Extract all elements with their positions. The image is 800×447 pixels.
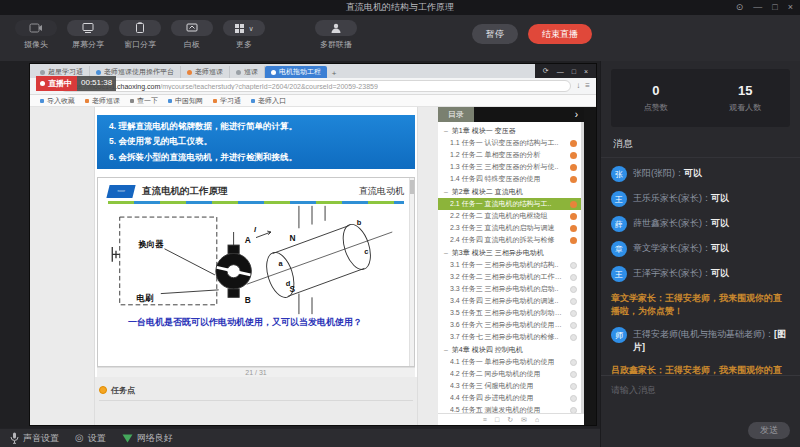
svg-text:换向器: 换向器 [137, 239, 164, 249]
new-tab-button[interactable]: + [327, 69, 341, 78]
toc-item[interactable]: 1.3 任务三 三相变压器的分析与使.. [438, 161, 581, 173]
toc-item[interactable]: 4.4 任务四 步进电机的使用 [438, 392, 581, 404]
slide-question: 一台电机是否既可以作电动机使用，又可以当发电机使用？ [98, 316, 414, 330]
toc-item[interactable]: 1.4 任务四 特殊变压器的使用 [438, 173, 581, 185]
bookmark-item[interactable]: 导入收藏 [40, 96, 75, 106]
toc-item-title: 1.1 任务一 认识变压器的结构与工.. [450, 138, 567, 148]
address-bar[interactable]: https://mooc1-1.chaoxing.com/mycourse/te… [60, 80, 571, 92]
browser-reload-icon[interactable]: ⟳ [543, 67, 549, 75]
toc-chapter[interactable]: – 第3章 模块三 三相异步电动机 [438, 246, 581, 259]
page-left-gutter [30, 107, 94, 425]
bookmark-item[interactable]: 老师巡课 [85, 96, 120, 106]
browser-tab[interactable]: 电机拖动工程 [265, 66, 327, 78]
camera-icon [15, 20, 57, 36]
toc-item[interactable]: 2.2 任务二 直流电机的电枢绕组 [438, 210, 581, 222]
tab-title: 巡课 [244, 67, 258, 77]
microphone-icon [10, 432, 19, 444]
minimize-icon[interactable]: — [753, 3, 762, 12]
settings-button[interactable]: ◎ 设置 [75, 432, 106, 445]
toc-chapter[interactable]: – 第1章 模块一 变压器 [438, 124, 581, 137]
main-row: 直播中 00:51:38 超星学习通老师巡课使用操作平台老师巡课巡课电机拖动工程… [0, 61, 800, 447]
send-button[interactable]: 发送 [748, 422, 790, 439]
task-point-badge [570, 237, 577, 244]
toc-item[interactable]: 2.3 任务三 直流电机的启动与调速 [438, 222, 581, 234]
toc-item[interactable]: 4.5 任务五 测速发电机的使用 [438, 404, 581, 413]
toc-chapter[interactable]: – 第4章 模块四 控制电机 [438, 343, 581, 356]
likes-label: 点赞数 [644, 102, 668, 113]
sound-settings-button[interactable]: 声音设置 [10, 432, 59, 445]
message-body: 薛世鑫家长(家长)：可以 [633, 216, 729, 232]
svg-text:A: A [245, 235, 251, 245]
bookmark-item[interactable]: 学习通 [213, 96, 241, 106]
toc-item-title: 3.7 任务七 三相异步电动机的检修.. [450, 332, 567, 342]
toc-item[interactable]: 4.3 任务三 伺服电机的使用 [438, 380, 581, 392]
close-icon[interactable]: × [788, 3, 793, 12]
toc-footer-icon[interactable]: ⌂ [535, 416, 539, 423]
toc-item[interactable]: 3.4 任务四 三相异步电动机的调速.. [438, 295, 581, 307]
window-controls: ⊙ — □ × [736, 0, 793, 15]
toc-footer-icon[interactable]: □ [495, 416, 499, 423]
task-area: 任务点 [95, 377, 417, 425]
toc-footer-icon[interactable]: ✉ [521, 416, 527, 424]
toc-footer-icon[interactable]: ≡ [483, 416, 487, 423]
toc-item[interactable]: 4.2 任务二 同步电动机的使用 [438, 368, 581, 380]
svg-text:d: d [286, 279, 291, 288]
chat-message: 薛薛世鑫家长(家长)：可以 [611, 216, 790, 232]
toc-item[interactable]: 2.1 任务一 直流电机的结构与工.. [438, 198, 581, 210]
toc-item[interactable]: 3.6 任务六 三相异步电动机的使用维护 [438, 319, 581, 331]
page-right-strip [584, 107, 596, 425]
bookmark-item[interactable]: 查一下 [130, 96, 158, 106]
toc-item-title: 2.3 任务三 直流电机的启动与调速 [450, 223, 567, 233]
bookmark-item[interactable]: 老师入口 [251, 96, 286, 106]
toc-item[interactable]: 3.3 任务三 三相异步电动机的启动.. [438, 283, 581, 295]
toc-item[interactable]: 3.1 任务一 三相异步电动机的结构.. [438, 259, 581, 271]
message-sender: 张阳(张阳)： [633, 168, 684, 178]
menu-icon[interactable]: ≡ [585, 82, 590, 90]
toc-item[interactable]: 3.2 任务二 三相异步电动机的工作原理 [438, 271, 581, 283]
pause-button[interactable]: 暂停 [472, 24, 518, 44]
avatar: 王 [611, 191, 627, 207]
page-indicator: 21 / 31 [97, 367, 415, 377]
slide-scrollbar[interactable] [409, 178, 414, 366]
multi-group-broadcast-button[interactable]: 多群联播 [310, 20, 362, 50]
toc-list: – 第1章 模块一 变压器1.1 任务一 认识变压器的结构与工..1.2 任务二… [438, 122, 584, 413]
end-live-button[interactable]: 结束直播 [528, 24, 592, 44]
toc-item[interactable]: 3.7 任务七 三相异步电动机的检修.. [438, 331, 581, 343]
title-bar: 直流电机的结构与工作原理 ⊙ — □ × [0, 0, 800, 15]
toc-item-title: 4.4 任务四 步进电机的使用 [450, 393, 567, 403]
window-share-button[interactable]: 窗口分享 [114, 20, 166, 50]
toc-item-title: 3.6 任务六 三相异步电动机的使用维护 [450, 320, 567, 330]
collapse-icon: – [444, 249, 448, 256]
screen-share-button[interactable]: 屏幕分享 [62, 20, 114, 50]
bookmark-favicon-icon [168, 99, 172, 103]
download-icon[interactable]: ↓ [576, 82, 580, 90]
toc-item[interactable]: 3.5 任务五 三相异步电动机的制动方式 [438, 307, 581, 319]
toc-item-title: 1.3 任务三 三相变压器的分析与使.. [450, 162, 567, 172]
toc-tab[interactable]: 目录 [438, 107, 474, 122]
viewers-stat: 15 观看人数 [701, 69, 791, 127]
more-button[interactable]: ∨ 更多 [218, 20, 270, 50]
bookmark-item[interactable]: 中国知网 [168, 96, 203, 106]
toc-footer-icon[interactable]: ↻ [507, 416, 513, 424]
toc-item[interactable]: 4.1 任务一 单相异步电动机的使用 [438, 356, 581, 368]
toc-panel: 目录 › – 第1章 模块一 变压器1.1 任务一 认识变压器的结构与工..1.… [438, 107, 584, 425]
toc-collapse-arrow-icon[interactable]: › [575, 110, 584, 120]
browser-tab[interactable]: 巡课 [230, 66, 265, 78]
browser-close-icon[interactable]: × [584, 68, 588, 75]
browser-minimize-icon[interactable]: — [557, 68, 564, 75]
task-point-badge [570, 298, 577, 305]
toc-item[interactable]: 2.4 任务四 直流电机的拆装与检修 [438, 234, 581, 246]
avatar: 张 [611, 166, 627, 182]
toc-item[interactable]: 1.1 任务一 认识变压器的结构与工.. [438, 137, 581, 149]
maximize-icon[interactable]: □ [772, 3, 777, 12]
tab-favicon-icon [96, 70, 101, 75]
toc-item-title: 1.2 任务二 单相变压器的分析 [450, 150, 567, 160]
browser-maximize-icon[interactable]: □ [572, 68, 576, 75]
camera-button[interactable]: 摄像头 [10, 20, 62, 50]
toc-chapter-title: 第2章 模块二 直流电机 [450, 188, 523, 195]
toc-item[interactable]: 1.2 任务二 单相变压器的分析 [438, 149, 581, 161]
browser-tab[interactable]: 老师巡课 [181, 66, 230, 78]
whiteboard-button[interactable]: 白板 [166, 20, 218, 50]
info-icon[interactable]: ⊙ [736, 3, 744, 12]
toc-chapter[interactable]: – 第2章 模块二 直流电机 [438, 185, 581, 198]
